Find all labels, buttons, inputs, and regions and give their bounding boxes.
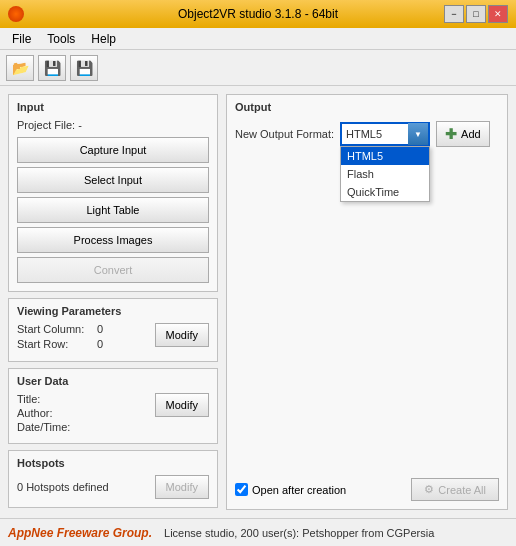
project-file-label: Project File: (17, 119, 75, 131)
open-icon: 📂 (12, 60, 29, 76)
menu-bar: File Tools Help (0, 28, 516, 50)
format-select-button[interactable]: HTML5 ▼ (340, 122, 430, 146)
format-select-container: HTML5 ▼ HTML5 Flash QuickTime (340, 122, 430, 146)
viewing-params-title: Viewing Parameters (17, 305, 209, 317)
title-field-label: Title: (17, 393, 40, 405)
datetime-field-row: Date/Time: (17, 421, 155, 433)
process-images-button[interactable]: Process Images (17, 227, 209, 253)
brand-text: AppNee Freeware Group. (8, 526, 152, 540)
create-all-icon: ⚙ (424, 483, 434, 496)
hotspots-modify-button[interactable]: Modify (155, 475, 209, 499)
user-data-modify-button[interactable]: Modify (155, 393, 209, 417)
author-field-row: Author: (17, 407, 155, 419)
menu-file[interactable]: File (4, 30, 39, 48)
project-file-value: - (75, 119, 82, 131)
add-button[interactable]: ✚ Add (436, 121, 490, 147)
title-bar: Object2VR studio 3.1.8 - 64bit − □ ✕ (0, 0, 516, 28)
hotspots-text: 0 Hotspots defined (17, 481, 155, 493)
user-data-fields: Title: Author: Date/Time: (17, 393, 155, 435)
create-all-button[interactable]: ⚙ Create All (411, 478, 499, 501)
capture-input-button[interactable]: Capture Input (17, 137, 209, 163)
user-data-title: User Data (17, 375, 209, 387)
format-select-text: HTML5 (346, 128, 408, 140)
start-column-label: Start Column: (17, 323, 97, 335)
title-bar-controls: − □ ✕ (444, 5, 508, 23)
user-data-content: Title: Author: Date/Time: Modify (17, 393, 209, 435)
open-button[interactable]: 📂 (6, 55, 34, 81)
input-group: Input Project File: - Capture Input Sele… (8, 94, 218, 292)
menu-help[interactable]: Help (83, 30, 124, 48)
format-option-quicktime[interactable]: QuickTime (341, 183, 429, 201)
start-column-row: Start Column: 0 (17, 323, 155, 335)
viewing-parameters-group: Viewing Parameters Start Column: 0 Start… (8, 298, 218, 362)
license-text: License studio, 200 user(s): Petshopper … (164, 527, 434, 539)
output-panel: Output New Output Format: HTML5 ▼ HTML5 … (226, 94, 508, 510)
add-label: Add (461, 128, 481, 140)
start-column-value: 0 (97, 323, 127, 335)
save-as-button[interactable]: 💾 (70, 55, 98, 81)
title-bar-text: Object2VR studio 3.1.8 - 64bit (0, 7, 516, 21)
output-format-row: New Output Format: HTML5 ▼ HTML5 Flash Q… (235, 121, 499, 147)
hotspots-title: Hotspots (17, 457, 209, 469)
project-file-row: Project File: - (17, 119, 209, 131)
toolbar: 📂 💾 💾 (0, 50, 516, 86)
input-title: Input (17, 101, 209, 113)
viewing-params-row: Start Column: 0 Start Row: 0 Modify (17, 323, 209, 353)
format-option-html5[interactable]: HTML5 (341, 147, 429, 165)
start-row-row: Start Row: 0 (17, 338, 155, 350)
viewing-params-modify-button[interactable]: Modify (155, 323, 209, 347)
save-as-icon: 💾 (76, 60, 93, 76)
create-all-label: Create All (438, 484, 486, 496)
start-row-value: 0 (97, 338, 127, 350)
convert-button[interactable]: Convert (17, 257, 209, 283)
select-input-button[interactable]: Select Input (17, 167, 209, 193)
open-after-creation-label: Open after creation (252, 484, 346, 496)
user-data-group: User Data Title: Author: Date/Time: Mod (8, 368, 218, 444)
status-bar: AppNee Freeware Group. License studio, 2… (0, 518, 516, 546)
format-option-flash[interactable]: Flash (341, 165, 429, 183)
app-icon (8, 6, 24, 22)
maximize-button[interactable]: □ (466, 5, 486, 23)
format-label: New Output Format: (235, 128, 334, 140)
title-field-row: Title: (17, 393, 155, 405)
light-table-button[interactable]: Light Table (17, 197, 209, 223)
content-area: Input Project File: - Capture Input Sele… (0, 86, 516, 546)
author-field-label: Author: (17, 407, 52, 419)
save-icon: 💾 (44, 60, 61, 76)
hotspots-row: 0 Hotspots defined Modify (17, 475, 209, 499)
viewing-params-labels: Start Column: 0 Start Row: 0 (17, 323, 155, 353)
start-row-label: Start Row: (17, 338, 97, 350)
output-title: Output (235, 101, 499, 113)
open-after-creation-checkbox[interactable] (235, 483, 248, 496)
open-after-creation-row: Open after creation (235, 483, 346, 496)
panels-row: Input Project File: - Capture Input Sele… (0, 86, 516, 518)
menu-tools[interactable]: Tools (39, 30, 83, 48)
minimize-button[interactable]: − (444, 5, 464, 23)
output-bottom: Open after creation ⚙ Create All (235, 474, 499, 501)
hotspots-group: Hotspots 0 Hotspots defined Modify (8, 450, 218, 508)
format-dropdown-list: HTML5 Flash QuickTime (340, 146, 430, 202)
add-icon: ✚ (445, 126, 457, 142)
left-panel: Input Project File: - Capture Input Sele… (8, 94, 218, 510)
output-spacer (235, 155, 499, 474)
save-button[interactable]: 💾 (38, 55, 66, 81)
dropdown-arrow-icon: ▼ (408, 123, 428, 145)
close-button[interactable]: ✕ (488, 5, 508, 23)
datetime-field-label: Date/Time: (17, 421, 70, 433)
